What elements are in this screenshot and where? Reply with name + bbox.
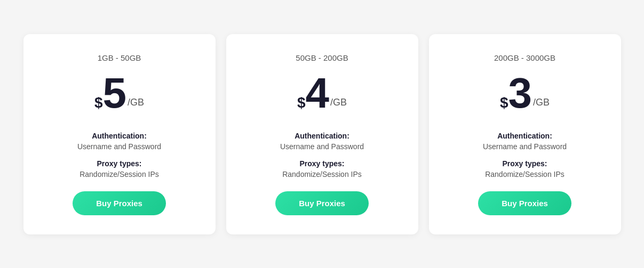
proxy-value: Randomize/Session IPs <box>248 170 397 178</box>
auth-label: Authentication: <box>45 132 194 140</box>
proxy-value: Randomize/Session IPs <box>45 170 194 178</box>
proxy-label: Proxy types: <box>450 159 600 168</box>
pricing-container: 1GB - 50GB $ 5 /GB Authentication: Usern… <box>11 34 633 234</box>
range-label: 50GB - 200GB <box>296 53 348 62</box>
auth-value: Username and Password <box>450 142 600 151</box>
range-label: 200GB - 3000GB <box>494 53 555 62</box>
price-unit: /GB <box>533 97 550 108</box>
price-block: $ 5 /GB <box>94 72 144 115</box>
auth-section: Authentication: Username and Password Pr… <box>450 132 600 187</box>
pricing-card-3: 200GB - 3000GB $ 3 /GB Authentication: U… <box>429 34 621 234</box>
buy-proxies-button[interactable]: Buy Proxies <box>73 191 166 215</box>
proxy-label: Proxy types: <box>248 159 397 168</box>
price-number: 3 <box>508 72 532 115</box>
proxy-value: Randomize/Session IPs <box>450 170 600 178</box>
buy-proxies-button[interactable]: Buy Proxies <box>275 191 369 215</box>
price-unit: /GB <box>330 97 347 108</box>
auth-section: Authentication: Username and Password Pr… <box>45 132 194 187</box>
auth-value: Username and Password <box>248 142 397 151</box>
price-number: 5 <box>103 72 127 115</box>
pricing-card-1: 1GB - 50GB $ 5 /GB Authentication: Usern… <box>23 34 216 234</box>
price-block: $ 3 /GB <box>500 72 550 115</box>
auth-section: Authentication: Username and Password Pr… <box>248 132 397 187</box>
price-unit: /GB <box>128 97 144 108</box>
auth-value: Username and Password <box>45 142 194 151</box>
price-dollar: $ <box>297 95 306 110</box>
range-label: 1GB - 50GB <box>98 53 141 62</box>
price-number: 4 <box>306 72 330 115</box>
auth-label: Authentication: <box>248 132 397 140</box>
proxy-label: Proxy types: <box>45 159 194 168</box>
auth-label: Authentication: <box>450 132 600 140</box>
price-dollar: $ <box>500 95 508 110</box>
buy-proxies-button[interactable]: Buy Proxies <box>478 191 571 215</box>
price-block: $ 4 /GB <box>297 72 347 115</box>
pricing-card-2: 50GB - 200GB $ 4 /GB Authentication: Use… <box>226 34 418 234</box>
price-dollar: $ <box>94 95 103 110</box>
